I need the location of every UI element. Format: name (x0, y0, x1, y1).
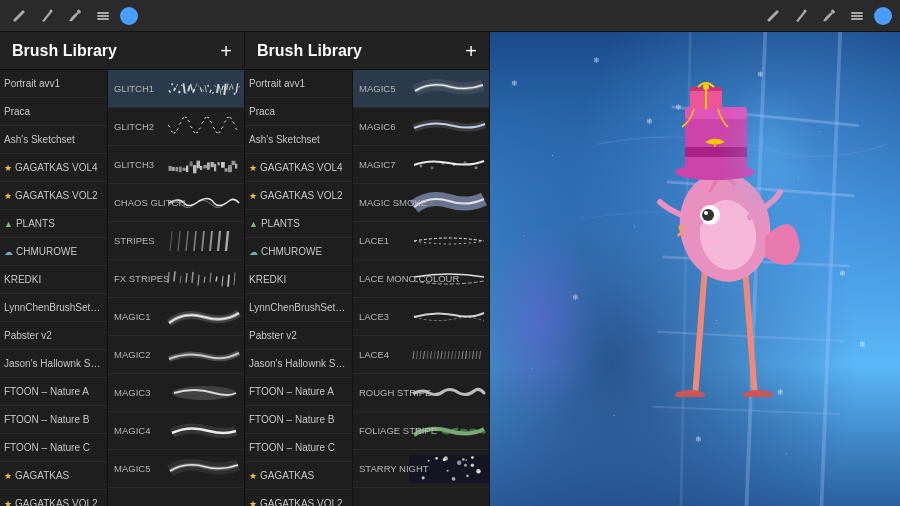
category-item[interactable]: KREDKI (0, 266, 107, 294)
category-item[interactable]: ★GAGATKAS VOL2 (245, 182, 352, 210)
category-item[interactable]: KREDKI (245, 266, 352, 294)
brush-item[interactable]: FX STRIPES (108, 260, 244, 298)
category-item[interactable]: Portrait avv1 (245, 70, 352, 98)
category-item[interactable]: Pabster v2 (245, 322, 352, 350)
brush-item[interactable]: MAGIC5 (353, 70, 489, 108)
svg-rect-3 (97, 15, 109, 17)
layers-tool-left[interactable] (92, 5, 114, 27)
category-item[interactable]: Jason's Hallownk Set... (245, 350, 352, 378)
brush-item[interactable]: MAGIC4 (108, 412, 244, 450)
brush-tool-right[interactable] (818, 5, 840, 27)
brush-item[interactable]: FOLIAGE STRIPE (353, 412, 489, 450)
pencil-tool-right[interactable] (762, 5, 784, 27)
category-item[interactable]: ▲PLANTS (245, 210, 352, 238)
brush-item[interactable]: STRIPES (108, 222, 244, 260)
category-item[interactable]: ★GAGATKAS (0, 462, 107, 490)
category-item[interactable]: ★GAGATKAS VOL4 (0, 154, 107, 182)
svg-line-28 (212, 92, 214, 94)
category-list-right[interactable]: Portrait avv1PracaAsh's Sketchset★GAGATK… (245, 70, 353, 506)
category-item[interactable]: ▲PLANTS (0, 210, 107, 238)
svg-line-29 (215, 85, 217, 87)
brush-item[interactable]: CHAOS GLITCH (108, 184, 244, 222)
brush-item[interactable]: MAGIC2 (108, 336, 244, 374)
svg-rect-7 (851, 12, 863, 14)
category-item[interactable]: ☁CHMUROWE (0, 238, 107, 266)
svg-line-25 (205, 85, 207, 92)
svg-line-124 (455, 351, 456, 359)
category-list-left[interactable]: Portrait avv1PracaAsh's Sketchset★GAGATK… (0, 70, 108, 506)
layers-tool-right[interactable] (846, 5, 868, 27)
svg-line-89 (202, 231, 204, 251)
ink-tool-right[interactable] (790, 5, 812, 27)
svg-line-46 (185, 117, 187, 118)
brush-item[interactable]: LACE3 (353, 298, 489, 336)
brush-list-right[interactable]: MAGIC5 MAGIC6 MAGIC7 MAGIC SMOKE LACE1 L… (353, 70, 489, 506)
brush-item[interactable]: LACE MONO COLOUR (353, 260, 489, 298)
svg-rect-176 (685, 147, 747, 157)
panel-header-right: Brush Library + (245, 32, 489, 70)
pencil-tool-left[interactable] (8, 5, 30, 27)
svg-line-30 (217, 84, 219, 93)
svg-line-33 (224, 83, 226, 94)
brush-item[interactable]: LACE1 (353, 222, 489, 260)
category-item[interactable]: FTOON – Nature B (0, 406, 107, 434)
category-item[interactable]: Jason's Hallownk Set... (0, 350, 107, 378)
category-item[interactable]: Ash's Sketchset (0, 126, 107, 154)
svg-line-126 (462, 351, 463, 359)
brush-tool-left[interactable] (64, 5, 86, 27)
category-item[interactable]: Pabster v2 (0, 322, 107, 350)
svg-rect-68 (180, 167, 182, 172)
category-item[interactable]: FTOON – Nature A (0, 378, 107, 406)
svg-point-0 (50, 9, 53, 12)
category-item[interactable]: ★GAGATKAS VOL2 (245, 490, 352, 506)
brush-item[interactable]: MAGIC6 (353, 108, 489, 146)
svg-line-58 (218, 131, 220, 132)
add-brush-right[interactable]: + (465, 41, 477, 61)
panel-content-left: Portrait avv1PracaAsh's Sketchset★GAGATK… (0, 70, 244, 506)
category-item[interactable]: LynnChenBrushSet2... (0, 294, 107, 322)
svg-line-63 (232, 121, 234, 123)
category-item[interactable]: Praca (245, 98, 352, 126)
svg-rect-4 (97, 18, 109, 20)
svg-point-152 (471, 463, 474, 466)
category-item[interactable]: ☁CHMUROWE (245, 238, 352, 266)
svg-line-120 (441, 351, 442, 359)
category-item[interactable]: ★GAGATKAS VOL2 (0, 490, 107, 506)
category-item[interactable]: ★GAGATKAS VOL2 (0, 182, 107, 210)
brush-item[interactable]: MAGIC5 (108, 450, 244, 488)
brush-item[interactable]: MAGIC3 (108, 374, 244, 412)
category-item[interactable]: Ash's Sketchset (245, 126, 352, 154)
category-item[interactable]: FTOON – Nature B (245, 406, 352, 434)
category-item[interactable]: Praca (0, 98, 107, 126)
brush-item[interactable]: MAGIC1 (108, 298, 244, 336)
brush-item[interactable]: ROUGH STRIPE (353, 374, 489, 412)
category-item[interactable]: ★GAGATKAS VOL4 (245, 154, 352, 182)
brush-item[interactable]: MAGIC7 (353, 146, 489, 184)
category-item[interactable]: Portrait avv1 (0, 70, 107, 98)
svg-point-143 (435, 457, 438, 460)
svg-line-32 (222, 85, 224, 90)
color-dot-left[interactable] (120, 7, 138, 25)
svg-line-10 (169, 90, 171, 92)
brush-item[interactable]: MAGIC SMOKE (353, 184, 489, 222)
category-item[interactable]: FTOON – Nature C (245, 434, 352, 462)
svg-line-53 (204, 117, 206, 118)
category-item[interactable]: LynnChenBrushSet2... (245, 294, 352, 322)
category-item[interactable]: FTOON – Nature C (0, 434, 107, 462)
ink-tool-left[interactable] (36, 5, 58, 27)
svg-line-21 (195, 83, 197, 88)
svg-line-163 (653, 407, 840, 414)
brush-item[interactable]: GLITCH1 (108, 70, 244, 108)
add-brush-left[interactable]: + (220, 41, 232, 61)
svg-line-61 (227, 117, 229, 118)
brush-item[interactable]: LACE4 (353, 336, 489, 374)
category-item[interactable]: ★GAGATKAS (245, 462, 352, 490)
category-item[interactable]: FTOON – Nature A (245, 378, 352, 406)
svg-line-62 (230, 117, 232, 118)
brush-list-left[interactable]: GLITCH1 GLITCH2 GLITCH3 CHAOS GLITCH STR… (108, 70, 244, 506)
brush-item[interactable]: GLITCH2 (108, 108, 244, 146)
svg-rect-66 (173, 167, 175, 170)
brush-item[interactable]: GLITCH3 (108, 146, 244, 184)
color-dot-right[interactable] (874, 7, 892, 25)
brush-item[interactable]: STARRY NIGHT (353, 450, 489, 488)
